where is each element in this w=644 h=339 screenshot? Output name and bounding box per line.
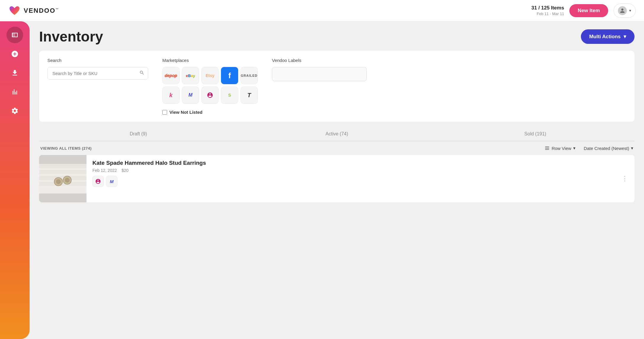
items-counter: 31 / 125 Items Feb 11 - Mar 11 (531, 4, 564, 17)
svg-point-11 (65, 178, 70, 183)
tab-draft[interactable]: Draft (9) (39, 127, 238, 141)
row-view-icon (544, 145, 550, 151)
logo-area: VENDOO™ (8, 4, 59, 17)
header-right: 31 / 125 Items Feb 11 - Mar 11 New Item … (531, 4, 636, 18)
view-controls: Row View ▾ Date Created (Newest) ▾ (544, 145, 633, 151)
sidebar-item-analytics[interactable] (7, 84, 23, 100)
logo-text: VENDOO™ (24, 7, 59, 15)
user-menu-button[interactable]: ▾ (613, 4, 636, 18)
marketplace-grailed[interactable]: GRAILED (241, 67, 258, 84)
app-body: Inventory Multi Actions ▾ Search Mark (0, 21, 644, 339)
svg-rect-5 (39, 170, 86, 174)
row-view-chevron-icon: ▾ (573, 145, 576, 151)
view-not-listed-label[interactable]: View Not Listed (169, 110, 202, 115)
sort-button[interactable]: Date Created (Newest) ▾ (584, 145, 633, 151)
item-platform-mercari[interactable]: M (106, 176, 117, 187)
viewing-label: VIEWING ALL ITEMS (274) (40, 146, 92, 151)
tab-active[interactable]: Active (74) (238, 127, 436, 141)
marketplace-etsy[interactable]: Etsy (201, 67, 219, 84)
item-more-options-button[interactable]: ⋮ (619, 172, 630, 185)
item-platform-poshmark[interactable] (92, 176, 104, 187)
sidebar (0, 21, 30, 339)
search-label: Search (47, 58, 148, 63)
sidebar-item-import[interactable] (7, 65, 23, 81)
item-details: Kate Spade Hammered Halo Stud Earrings F… (92, 155, 635, 192)
marketplace-shopify[interactable]: S (221, 87, 238, 104)
marketplace-tradesy[interactable]: T (241, 87, 258, 104)
sort-chevron-icon: ▾ (631, 145, 633, 151)
item-image (39, 155, 86, 202)
vendoo-labels-label: Vendoo Labels (272, 58, 367, 63)
item-title: Kate Spade Hammered Halo Stud Earrings (92, 160, 635, 166)
page-header: Inventory Multi Actions ▾ (39, 28, 635, 45)
search-input[interactable] (47, 67, 148, 80)
main-content: Inventory Multi Actions ▾ Search Mark (30, 21, 644, 339)
search-icon-button[interactable] (139, 70, 145, 77)
svg-text:S: S (228, 93, 231, 97)
marketplaces-section: Marketplaces depop eBay Etsy f (162, 58, 258, 115)
multi-actions-button[interactable]: Multi Actions ▾ (581, 29, 635, 44)
marketplace-facebook[interactable]: f (221, 67, 238, 84)
item-platforms: M (92, 176, 635, 187)
view-not-listed-checkbox[interactable] (162, 110, 167, 115)
vendoo-logo-icon (8, 4, 21, 17)
page-title: Inventory (39, 28, 103, 45)
marketplace-poshmark[interactable] (201, 87, 219, 104)
filter-card: Search Marketplaces depop eBa (39, 51, 635, 122)
row-view-button[interactable]: Row View ▾ (544, 145, 575, 151)
item-meta: Feb 12, 2022 $20 (92, 168, 635, 173)
multi-actions-chevron-icon: ▾ (624, 33, 626, 40)
sidebar-item-settings[interactable] (7, 103, 23, 119)
svg-rect-6 (39, 176, 86, 180)
vendoo-labels-section: Vendoo Labels (272, 58, 367, 81)
tabs-row: Draft (9) Active (74) Sold (191) (39, 127, 635, 141)
date-range: Feb 11 - Mar 11 (531, 11, 564, 17)
items-count: 31 / 125 Items (531, 4, 564, 12)
viewing-row: VIEWING ALL ITEMS (274) Row View ▾ Date … (39, 145, 635, 151)
top-header: VENDOO™ 31 / 125 Items Feb 11 - Mar 11 N… (0, 0, 644, 21)
marketplace-ebay[interactable]: eBay (182, 67, 199, 84)
sidebar-item-add[interactable] (7, 46, 23, 62)
marketplaces-label: Marketplaces (162, 58, 258, 63)
sidebar-item-inventory[interactable] (7, 27, 23, 43)
user-menu-chevron-icon: ▾ (629, 8, 631, 13)
search-wrapper (47, 67, 148, 80)
marketplace-mercari[interactable]: M (182, 87, 199, 104)
new-item-button[interactable]: New Item (569, 4, 608, 17)
item-date: Feb 12, 2022 (92, 168, 117, 173)
marketplace-kidizen[interactable]: k (162, 87, 180, 104)
svg-point-9 (56, 179, 61, 184)
user-avatar-icon (618, 6, 627, 15)
view-not-listed-wrapper[interactable]: View Not Listed (162, 110, 258, 115)
item-price: $20 (122, 168, 129, 173)
search-section: Search (47, 58, 148, 80)
marketplaces-grid: depop eBay Etsy f GRAILED (162, 67, 258, 104)
item-card: Kate Spade Hammered Halo Stud Earrings F… (39, 155, 635, 202)
vendoo-labels-input[interactable] (272, 67, 367, 81)
svg-rect-4 (39, 164, 86, 168)
tab-sold[interactable]: Sold (191) (436, 127, 635, 141)
svg-rect-7 (39, 182, 86, 186)
marketplace-depop[interactable]: depop (162, 67, 180, 84)
